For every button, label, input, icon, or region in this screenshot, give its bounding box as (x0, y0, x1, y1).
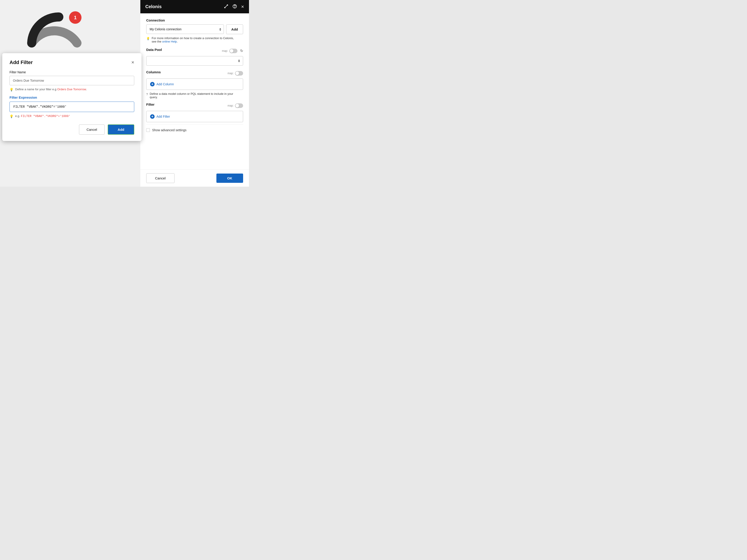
celonis-header: Celonis × (140, 0, 249, 14)
columns-hint: ? Define a data model column or PQL stat… (146, 92, 243, 99)
filter-name-hint-link[interactable]: Orders Due Tomorrow (57, 87, 86, 91)
add-filter-icon: + (150, 114, 155, 119)
modal-close-button[interactable]: × (131, 60, 134, 65)
add-filter-modal: Add Filter × Filter Name 💡 Define a name… (2, 53, 141, 141)
celonis-panel-title: Celonis (145, 4, 162, 9)
left-panel: 1 Add Filter × Filter Name 💡 Define a na… (0, 0, 140, 187)
celonis-body: Connection Add 💡 For more information on… (140, 14, 249, 169)
filter-name-input[interactable] (9, 76, 134, 85)
footer-ok-button[interactable]: OK (216, 174, 243, 183)
connection-select-wrapper (146, 24, 224, 34)
columns-toggle[interactable] (235, 71, 243, 76)
online-help-link[interactable]: online Help (162, 40, 177, 43)
cancel-button[interactable]: Cancel (79, 125, 105, 135)
circle-graphic-area: 1 (23, 4, 86, 51)
add-column-label: Add Column (156, 82, 174, 86)
connection-select[interactable] (146, 24, 224, 34)
filter-expression-label: Filter Expression (9, 96, 134, 99)
hint-bulb-icon: 💡 (9, 88, 14, 91)
expression-hint-icon: 💡 (9, 114, 14, 118)
data-pool-select[interactable] (146, 56, 243, 65)
add-connection-button[interactable]: Add (226, 24, 243, 34)
modal-title: Add Filter (9, 59, 33, 65)
advanced-settings-checkbox[interactable] (146, 128, 150, 132)
connection-row: Add (146, 24, 243, 34)
filter-map-label: map: (228, 104, 234, 107)
data-pool-label: Data Pool (146, 48, 162, 52)
filter-name-hint: 💡 Define a name for your filter e.g Orde… (9, 87, 134, 91)
modal-header: Add Filter × (9, 59, 134, 65)
filter-label: Filter (146, 103, 155, 106)
filter-name-label: Filter Name (9, 70, 134, 74)
filter-expression-hint: 💡 e.g. FILTER "VBAK"."VKORG"='1000' (9, 114, 134, 118)
celonis-footer: Cancel OK (140, 169, 249, 187)
footer-cancel-button[interactable]: Cancel (146, 173, 175, 183)
columns-label: Columns (146, 70, 161, 74)
data-pool-select-wrapper (146, 56, 243, 65)
data-pool-map-toggle: map: ↻ (222, 49, 243, 53)
filter-expression-input[interactable] (9, 102, 134, 112)
connection-info: 💡 For more information on how to create … (146, 36, 243, 43)
advanced-settings-row: Show advanced settings (146, 128, 243, 132)
celonis-panel: Celonis × Connection (140, 0, 249, 187)
filter-map-toggle: map: (228, 103, 243, 108)
modal-buttons: Cancel Add (9, 125, 134, 135)
filter-toggle[interactable] (235, 103, 243, 108)
expand-icon[interactable] (224, 4, 228, 9)
close-icon[interactable]: × (241, 4, 244, 9)
data-pool-section-row: Data Pool map: ↻ (146, 48, 243, 54)
help-icon[interactable] (232, 4, 237, 9)
columns-hint-icon: ? (146, 92, 148, 96)
add-filter-label: Add Filter (156, 115, 170, 118)
add-column-button[interactable]: + Add Column (146, 79, 243, 90)
advanced-settings-label: Show advanced settings (152, 128, 186, 132)
connection-label: Connection (146, 18, 243, 22)
columns-section-row: Columns map: (146, 70, 243, 76)
add-column-icon: + (150, 82, 155, 86)
info-bulb-icon: 💡 (146, 37, 150, 40)
expression-example: FILTER "VBAK"."VKORG"='1000' (21, 114, 70, 118)
header-icons: × (224, 4, 244, 9)
filter-section-row: Filter map: (146, 103, 243, 109)
notification-badge: 1 (69, 11, 81, 24)
columns-map-toggle: map: (228, 71, 243, 76)
columns-map-label: map: (228, 72, 234, 75)
refresh-icon[interactable]: ↻ (240, 49, 243, 53)
data-pool-toggle[interactable] (229, 49, 237, 53)
add-filter-button[interactable]: + Add Filter (146, 111, 243, 122)
add-button[interactable]: Add (108, 125, 134, 135)
data-pool-map-label: map: (222, 49, 228, 53)
